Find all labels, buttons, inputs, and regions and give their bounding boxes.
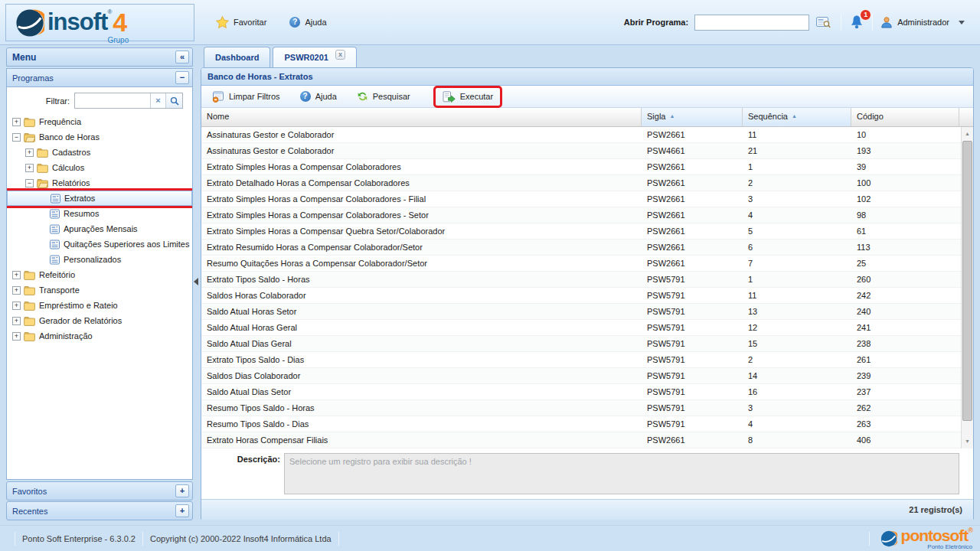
cell-codigo: 10	[851, 127, 961, 142]
tree-item-apuracoes-mensais[interactable]: Apurações Mensais	[7, 221, 192, 236]
tree-item-refeitorio[interactable]: +Refeitório	[7, 267, 192, 282]
tree-item-emprestimo-e-rateio[interactable]: +Empréstimo e Rateio	[7, 298, 192, 313]
table-row[interactable]: Extrato Tipos Saldo - HorasPSW57911260	[201, 272, 961, 288]
folder-icon	[24, 285, 35, 295]
table-row[interactable]: Saldo Atual Horas GeralPSW579112241	[201, 320, 961, 336]
folder-icon	[24, 117, 35, 127]
table-row[interactable]: Saldos Horas ColaboradorPSW579111242	[201, 288, 961, 304]
limpar-filtros-button[interactable]: Limpar Filtros	[205, 88, 287, 106]
tab-pswr0201[interactable]: PSWR0201 x	[273, 47, 356, 67]
tree-item-extratos[interactable]: Extratos	[7, 191, 192, 206]
table-row[interactable]: Extrato Simples Horas a Compensar Colabo…	[201, 159, 961, 175]
table-row[interactable]: Extrato Simples Horas a Compensar Quebra…	[201, 223, 961, 240]
search-icon[interactable]	[165, 93, 182, 108]
tree-item-quitacoes-superiores-aos-limites[interactable]: Quitações Superiores aos Limites	[7, 236, 192, 252]
description-field[interactable]: Selecione um registro para exibir sua de…	[284, 453, 959, 494]
expand-node-icon[interactable]: +	[12, 118, 21, 126]
recentes-section-header[interactable]: Recentes +	[6, 501, 193, 520]
tree-item-label: Relatórios	[52, 178, 90, 187]
executar-button[interactable]: Executar	[436, 88, 500, 106]
collapse-node-icon[interactable]: −	[25, 179, 34, 187]
tree-item-calculos[interactable]: +Cálculos	[7, 160, 192, 175]
table-row[interactable]: Saldo Atual Dias GeralPSW579115238	[201, 336, 961, 352]
table-row[interactable]: Resumo Tipos Saldo - HorasPSW57913262	[201, 400, 961, 416]
tree-item-frequencia[interactable]: +Frequência	[7, 114, 192, 129]
cell-sequencia: 15	[743, 336, 851, 351]
cell-codigo: 261	[851, 352, 961, 367]
collapse-node-icon[interactable]: −	[12, 133, 21, 142]
tree-item-personalizados[interactable]: Personalizados	[7, 252, 192, 267]
pesquisar-button[interactable]: Pesquisar	[350, 88, 417, 105]
table-row[interactable]: Assinaturas Gestor e ColaboradorPSW46612…	[201, 143, 961, 159]
scrollbar-thumb[interactable]	[962, 141, 972, 421]
tree-item-label: Gerador de Relatórios	[39, 316, 122, 325]
collapse-programas-button[interactable]: −	[175, 71, 189, 84]
programas-section-header[interactable]: Programas −	[6, 68, 193, 87]
sort-asc-icon: ▲	[669, 113, 675, 119]
favoritos-section-header[interactable]: Favoritos +	[6, 481, 193, 500]
expand-favoritos-button[interactable]: +	[175, 484, 189, 497]
cell-nome: Extrato Resumido Horas a Compensar Colab…	[201, 240, 642, 255]
collapse-sidebar-button[interactable]: «	[175, 51, 189, 64]
table-row[interactable]: Extrato Resumido Horas a Compensar Colab…	[201, 240, 961, 256]
table-row[interactable]: Extrato Detalhado Horas a Compensar Cola…	[201, 175, 961, 191]
expand-node-icon[interactable]: +	[12, 286, 21, 295]
expand-node-icon[interactable]: +	[25, 164, 34, 172]
cell-sequencia: 2	[743, 352, 851, 367]
table-row[interactable]: Saldo Atual Dias SetorPSW579116237	[201, 384, 961, 400]
folder-icon	[37, 148, 48, 158]
column-header-sequencia[interactable]: Sequência▲	[743, 108, 851, 126]
cell-sigla: PSW2661	[642, 432, 743, 448]
column-header-nome[interactable]: Nome	[201, 108, 642, 126]
table-row[interactable]: Saldos Dias ColaboradorPSW579114239	[201, 368, 961, 384]
expand-recentes-button[interactable]: +	[175, 504, 189, 517]
close-tab-icon[interactable]: x	[335, 50, 345, 60]
expand-node-icon[interactable]: +	[25, 148, 34, 157]
tree-item-transporte[interactable]: +Transporte	[7, 282, 192, 298]
vertical-scrollbar[interactable]: ▲ ▼	[961, 127, 973, 448]
cell-codigo: 239	[851, 368, 961, 383]
table-row[interactable]: Extrato Tipos Saldo - DiasPSW57912261	[201, 352, 961, 368]
chevron-down-icon	[959, 21, 965, 24]
tree-item-administracao[interactable]: +Administração	[7, 328, 192, 344]
header-help-button[interactable]: ? Ajuda	[283, 13, 332, 31]
open-program-input[interactable]	[694, 15, 809, 31]
table-row[interactable]: Extrato Horas Compensar FiliaisPSW266184…	[201, 432, 961, 448]
tree-item-cadastros[interactable]: +Cadastros	[7, 145, 192, 160]
table-row[interactable]: Resumo Quitações Horas a Compensar Colab…	[201, 256, 961, 272]
expand-node-icon[interactable]: +	[12, 271, 21, 279]
tree-item-banco-de-horas[interactable]: −Banco de Horas	[7, 129, 192, 145]
table-row[interactable]: Extrato Simples Horas a Compensar Colabo…	[201, 191, 961, 207]
tree-item-label: Extratos	[64, 194, 95, 203]
cell-codigo: 193	[851, 143, 961, 158]
table-row[interactable]: Extrato Simples Horas a Compensar Colabo…	[201, 207, 961, 223]
expand-node-icon[interactable]: +	[12, 332, 21, 341]
column-header-codigo[interactable]: Código	[851, 108, 959, 126]
cell-codigo: 25	[851, 256, 961, 271]
open-program-label: Abrir Programa:	[624, 18, 688, 27]
browse-program-button[interactable]	[814, 15, 833, 30]
toolbar-help-button[interactable]: ? Ajuda	[293, 88, 344, 105]
folder-icon	[24, 316, 35, 326]
expand-node-icon[interactable]: +	[12, 317, 21, 325]
cell-sequencia: 7	[743, 256, 851, 271]
tree-item-resumos[interactable]: Resumos	[7, 206, 192, 221]
favoritar-button[interactable]: Favoritar	[210, 12, 273, 32]
table-row[interactable]: Saldo Atual Horas SetorPSW579113240	[201, 304, 961, 320]
table-row[interactable]: Resumo Tipos Saldo - DiasPSW57914263	[201, 416, 961, 432]
notifications-button[interactable]: 1	[849, 15, 864, 30]
expand-node-icon[interactable]: +	[12, 302, 21, 310]
table-row[interactable]: Assinaturas Gestor e ColaboradorPSW26611…	[201, 127, 961, 143]
user-menu-button[interactable]: Administrador	[880, 16, 965, 28]
tree-item-gerador-de-relatorios[interactable]: +Gerador de Relatórios	[7, 313, 192, 328]
column-header-sigla[interactable]: Sigla▲	[642, 108, 743, 126]
scroll-down-icon[interactable]: ▼	[962, 435, 973, 448]
scroll-up-icon[interactable]: ▲	[962, 128, 973, 140]
splitter-collapse-handle[interactable]	[194, 276, 199, 287]
cell-sequencia: 11	[743, 127, 851, 142]
tab-dashboard[interactable]: Dashboard	[204, 47, 270, 67]
clear-filter-icon[interactable]: ×	[150, 93, 165, 108]
filter-input[interactable]	[75, 93, 150, 108]
tree-item-relatorios[interactable]: −Relatórios	[7, 175, 192, 191]
cell-codigo: 406	[851, 432, 961, 448]
